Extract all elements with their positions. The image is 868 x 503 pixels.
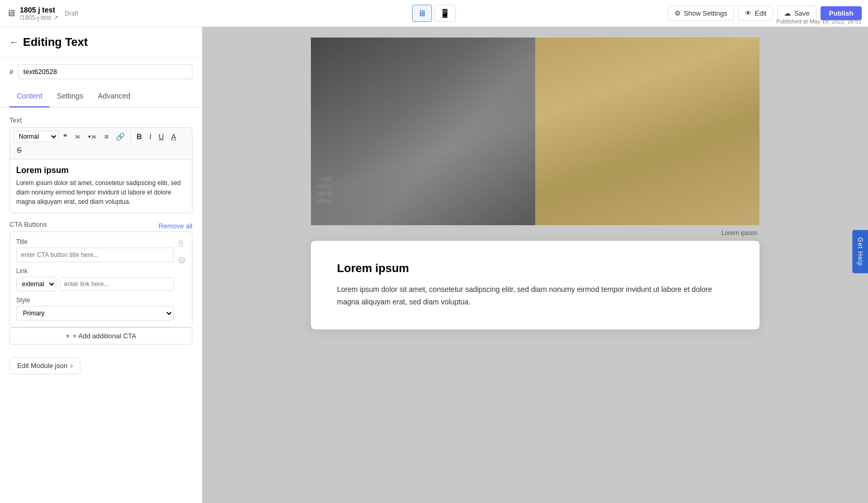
ordered-list-button[interactable]: ≍ [72, 131, 83, 142]
published-time: Published at May 18, 2022, 16:51 [776, 18, 862, 24]
card-heading: Lorem ipsum [337, 262, 733, 275]
id-row: # [0, 58, 202, 85]
card-body: Lorem ipsum dolor sit amet, consetetur s… [337, 284, 733, 309]
images-row: magnaliquysed dvolup [311, 38, 760, 225]
woman-img-bg [535, 38, 760, 225]
lorem-caption: Lorem ipsum [311, 225, 760, 241]
page-title: 1805 j test [20, 6, 58, 14]
text-section: Text Normal Heading 1 Heading 2 Heading … [9, 116, 192, 213]
tab-content[interactable]: Content [9, 85, 50, 107]
link-type-select[interactable]: external internal none [16, 277, 56, 291]
chevron-right-icon: › [70, 362, 73, 370]
strikethrough-button[interactable]: S [14, 144, 24, 156]
top-bar-left: 🖥 1805 j test /1805-j-test ↗ Draft [6, 6, 661, 21]
edit-button[interactable]: 👁 Edit [738, 6, 773, 21]
plus-icon: + [66, 332, 70, 340]
drag-handle-icon[interactable]: ⠿ [178, 239, 186, 249]
underline-button[interactable]: U [156, 131, 166, 142]
cta-header: CTA Buttons Remove all [9, 220, 192, 231]
draft-badge: Draft [65, 10, 78, 17]
tab-advanced[interactable]: Advanced [91, 85, 138, 107]
right-panel: magnaliquysed dvolup Lorem ipsum Lorem i… [202, 27, 868, 503]
cta-link-label: Link [16, 267, 174, 275]
link-row: external internal none [16, 277, 174, 291]
edit-json-button[interactable]: Edit Module json › [9, 357, 80, 374]
style-select[interactable]: Normal Heading 1 Heading 2 Heading 3 [14, 131, 58, 142]
tablet-view-button[interactable]: 📱 [434, 5, 456, 22]
text-section-label: Text [9, 116, 192, 124]
remove-all-button[interactable]: Remove all [159, 222, 192, 230]
quote-button[interactable]: ❝ [61, 131, 70, 142]
eye-icon: 👁 [745, 9, 752, 17]
cta-style-label: Style [16, 297, 174, 304]
toolbar-divider [130, 132, 131, 141]
editor-body[interactable]: Lorem ipsum Lorem ipsum dolor sit amet, … [10, 160, 192, 213]
cta-fields: Title Link external internal none [16, 238, 174, 321]
cta-row: Title Link external internal none [16, 238, 186, 321]
view-toggle: 🖥 📱 [412, 5, 456, 22]
save-label: Save [794, 9, 810, 17]
monitor-icon: 🖥 [6, 8, 16, 19]
cta-link-field: Link external internal none [16, 267, 174, 291]
cloud-icon: ☁ [784, 9, 791, 17]
tab-settings[interactable]: Settings [50, 85, 91, 107]
desktop-view-button[interactable]: 🖥 [412, 5, 432, 22]
show-settings-button[interactable]: ⚙ Show Settings [668, 6, 734, 21]
id-hash: # [9, 68, 14, 76]
panel-content: Text Normal Heading 1 Heading 2 Heading … [0, 108, 202, 353]
align-button[interactable]: ≡ [102, 131, 111, 142]
overlay-text: magnaliquysed dvolup [316, 175, 332, 204]
preview-container: magnaliquysed dvolup Lorem ipsum Lorem i… [311, 38, 760, 329]
text-editor: Normal Heading 1 Heading 2 Heading 3 ❝ ≍… [9, 127, 192, 213]
cta-title-input[interactable] [16, 248, 174, 262]
page-slug: /1805-j-test ↗ [20, 14, 58, 21]
edit-label: Edit [755, 9, 766, 17]
edit-json-label: Edit Module json [17, 362, 67, 370]
external-link-icon[interactable]: ↗ [53, 14, 58, 21]
link-button[interactable]: 🔗 [113, 131, 127, 142]
cta-card: Title Link external internal none [9, 231, 192, 327]
italic-button[interactable]: I [147, 131, 154, 142]
cta-section-label: CTA Buttons [9, 220, 47, 228]
unordered-list-button[interactable]: •≍ [86, 131, 100, 142]
cta-section: CTA Buttons Remove all Title Link [9, 220, 192, 345]
tabs: Content Settings Advanced [0, 85, 202, 108]
main-layout: ← Editing Text # Content Settings Advanc… [0, 27, 868, 503]
add-cta-label: + Add additional CTA [73, 332, 137, 340]
get-help-button[interactable]: Get Help [852, 230, 868, 273]
cta-title-label: Title [16, 238, 174, 246]
text-color-button[interactable]: A [168, 131, 178, 142]
editing-text-header: ← Editing Text [0, 27, 202, 58]
top-bar: 🖥 1805 j test /1805-j-test ↗ Draft 🖥 📱 ⚙… [0, 0, 868, 27]
show-settings-label: Show Settings [684, 9, 727, 17]
page-info: 1805 j test /1805-j-test ↗ [20, 6, 58, 21]
text-toolbar: Normal Heading 1 Heading 2 Heading 3 ❝ ≍… [10, 128, 192, 160]
cta-style-select[interactable]: Primary Secondary Outline [16, 306, 174, 321]
editor-heading[interactable]: Lorem ipsum [16, 166, 186, 175]
woman-image [535, 38, 760, 225]
penguin-image: magnaliquysed dvolup [311, 38, 535, 225]
left-panel: ← Editing Text # Content Settings Advanc… [0, 27, 202, 503]
cta-title-field: Title [16, 238, 174, 262]
back-button[interactable]: ← [9, 37, 19, 48]
id-input[interactable] [18, 64, 192, 79]
cta-style-field: Style Primary Secondary Outline [16, 297, 174, 321]
gear-icon: ⚙ [674, 9, 681, 17]
link-input[interactable] [59, 277, 174, 291]
delete-cta-button[interactable]: ⊖ [178, 254, 186, 266]
editor-body-text[interactable]: Lorem ipsum dolor sit amet, consetetur s… [16, 178, 186, 206]
editing-text-title: Editing Text [23, 35, 88, 49]
add-cta-button[interactable]: + + Add additional CTA [9, 327, 192, 345]
bold-button[interactable]: B [134, 131, 144, 142]
text-card: Lorem ipsum Lorem ipsum dolor sit amet, … [311, 241, 760, 329]
penguin-img-bg [311, 38, 535, 225]
